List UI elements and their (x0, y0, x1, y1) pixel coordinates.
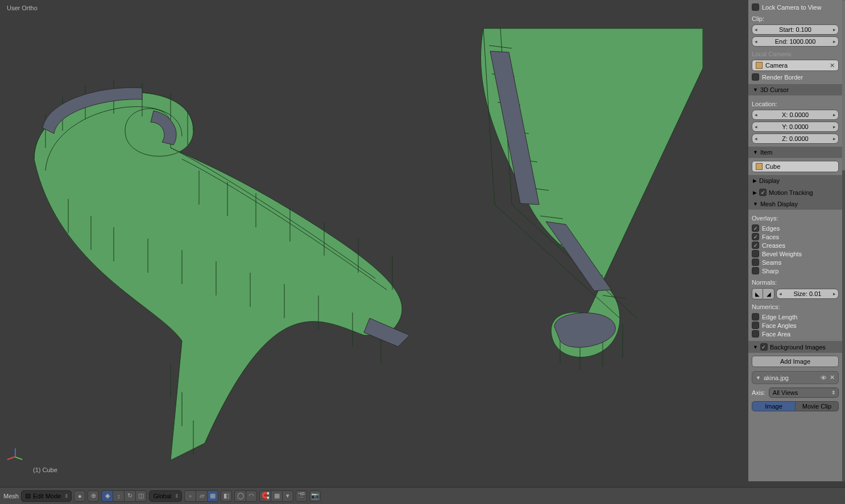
clear-icon[interactable]: ✕ (830, 62, 835, 69)
expand-icon: ▼ (753, 149, 758, 155)
movie-clip-tab[interactable]: Movie Clip (796, 401, 839, 411)
increase-icon[interactable]: ▸ (833, 124, 836, 130)
cursor-panel-header[interactable]: ▼3D Cursor (748, 84, 842, 95)
mesh-render (0, 0, 703, 481)
local-camera-field[interactable]: Camera✕ (752, 60, 839, 71)
increase-icon[interactable]: ▸ (833, 27, 836, 32)
overlay-bevel-weights-checkbox[interactable]: Bevel Weights (752, 249, 839, 258)
normals-label: Normals: (752, 279, 839, 286)
proportional-falloff-dropdown[interactable]: ◠ (246, 490, 257, 502)
numeric-face-area-checkbox[interactable]: Face Area (752, 330, 839, 338)
viewport-3d[interactable]: User Ortho (1) Cube (0, 0, 703, 481)
motion-tracking-checkbox[interactable] (759, 189, 767, 196)
lock-camera-checkbox[interactable]: Lock Camera to View (752, 3, 839, 11)
overlays-label: Overlays: (752, 215, 839, 222)
vertex-select-mode[interactable]: ▫ (184, 490, 196, 502)
snap-toggle[interactable]: 🧲 (259, 490, 271, 502)
face-normals-toggle[interactable]: ◢ (763, 288, 774, 299)
edit-mode-icon: ▧ (25, 492, 31, 499)
expand-icon: ▼ (753, 201, 758, 207)
motion-tracking-panel-header[interactable]: ▶Motion Tracking (748, 186, 842, 198)
local-camera-label: Local Camera: (752, 51, 839, 57)
increase-icon[interactable]: ▸ (833, 39, 836, 44)
bg-images-checkbox[interactable] (760, 343, 768, 351)
bg-images-panel-header[interactable]: ▼Background Images (748, 341, 842, 353)
shading-toggle[interactable]: ● (74, 490, 85, 502)
location-label: Location: (752, 101, 839, 107)
increase-icon[interactable]: ▸ (833, 112, 836, 118)
clip-label: Clip: (752, 15, 839, 22)
numeric-face-angles-checkbox[interactable]: Face Angles (752, 321, 839, 330)
overlay-faces-checkbox[interactable]: Faces (752, 232, 839, 241)
proportional-edit-dropdown[interactable]: ◯ (234, 490, 246, 502)
properties-sidebar: Lock Camera to View Clip: ◂Start: 0.100▸… (748, 0, 842, 481)
bg-image-item[interactable]: ▼ akina.jpg 👁 ✕ (752, 371, 839, 384)
manipulator-toggle[interactable]: ◆ (101, 490, 113, 502)
expand-icon: ▼ (753, 87, 758, 93)
cursor-x-field[interactable]: ◂X: 0.0000▸ (752, 110, 839, 120)
clip-end-field[interactable]: ◂End: 1000.000▸ (752, 36, 839, 47)
expand-icon: ▼ (753, 344, 758, 350)
overlay-sharp-checkbox[interactable]: Sharp (752, 266, 839, 275)
viewport-header-bar: Mesh ▧Edit Mode ● ⊕ ◆ ↕ ↻ ◫ Global ▫ ▱ ▦… (0, 487, 845, 504)
cursor-y-field[interactable]: ◂Y: 0.0000▸ (752, 122, 839, 132)
editor-type-label: Mesh (3, 493, 19, 499)
render-image-button[interactable]: 📷 (309, 490, 321, 502)
numeric-edge-length-checkbox[interactable]: Edge Length (752, 313, 839, 321)
translate-manipulator[interactable]: ↕ (113, 490, 124, 502)
clip-start-field[interactable]: ◂Start: 0.100▸ (752, 24, 839, 35)
mesh-display-panel-header[interactable]: ▼Mesh Display (748, 198, 842, 210)
overlay-creases-checkbox[interactable]: Creases (752, 241, 839, 249)
edge-select-mode[interactable]: ▱ (196, 490, 207, 502)
collapse-icon: ▶ (753, 178, 757, 184)
render-preview-button[interactable]: 🎬 (296, 490, 307, 502)
render-border-checkbox[interactable]: Render Border (752, 73, 839, 81)
overlay-seams-checkbox[interactable]: Seams (752, 258, 839, 266)
scale-manipulator[interactable]: ◫ (135, 490, 147, 502)
item-panel-header[interactable]: ▼Item (748, 147, 842, 158)
remove-icon[interactable]: ✕ (830, 374, 835, 381)
scrollbar-thumb[interactable] (842, 0, 845, 170)
overlay-edges-checkbox[interactable]: Edges (752, 224, 839, 232)
limit-selection-toggle[interactable]: ◧ (221, 490, 232, 502)
numerics-label: Numerics: (752, 303, 839, 310)
sidebar-scrollbar[interactable] (842, 0, 845, 481)
mesh-object-icon (756, 163, 763, 170)
add-image-button[interactable]: Add Image (752, 356, 839, 367)
camera-object-icon (756, 62, 763, 69)
normals-size-field[interactable]: ◂Size: 0.01▸ (776, 289, 839, 299)
pivot-dropdown[interactable]: ⊕ (88, 490, 99, 502)
increase-icon[interactable]: ▸ (833, 136, 836, 141)
face-select-mode[interactable]: ▦ (207, 490, 218, 502)
cursor-z-field[interactable]: ◂Z: 0.0000▸ (752, 134, 839, 144)
mode-dropdown[interactable]: ▧Edit Mode (21, 490, 72, 502)
rotate-manipulator[interactable]: ↻ (124, 490, 135, 502)
item-name-field[interactable]: Cube (752, 161, 839, 172)
visibility-icon[interactable]: 👁 (821, 374, 827, 381)
display-panel-header[interactable]: ▶Display (748, 175, 842, 186)
increase-icon[interactable]: ▸ (833, 291, 836, 297)
vertex-normals-toggle[interactable]: ◣ (752, 288, 763, 299)
snap-element-dropdown[interactable]: ▦ (271, 490, 282, 502)
axis-dropdown[interactable]: All Views (769, 388, 839, 398)
collapse-icon: ▶ (753, 190, 757, 195)
image-tab[interactable]: Image (752, 401, 796, 411)
snap-target-dropdown[interactable]: ▾ (282, 490, 293, 502)
orientation-dropdown[interactable]: Global (149, 490, 182, 502)
expand-icon: ▼ (756, 375, 761, 381)
axis-label: Axis: (752, 389, 765, 396)
